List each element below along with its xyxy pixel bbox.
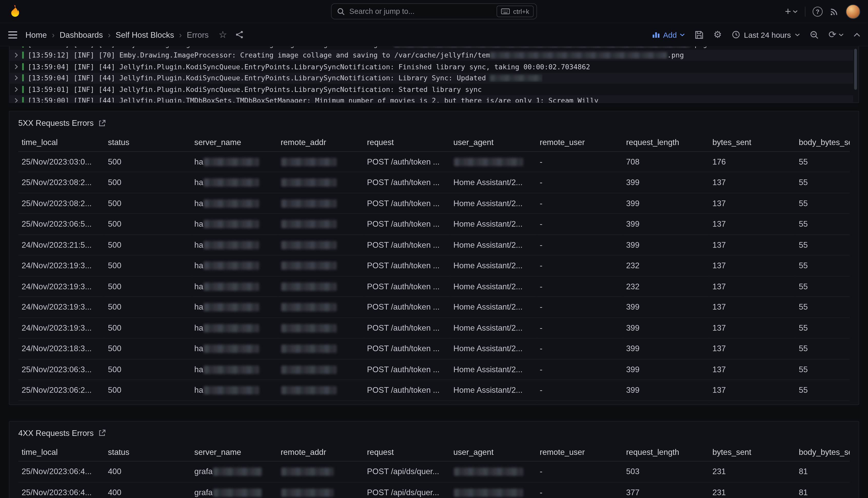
column-header-user_agent[interactable]: user_agent bbox=[450, 133, 537, 151]
log-line[interactable]: [13:59:00] [INF] [44] Jellyfin.Plugin.TM… bbox=[10, 95, 853, 103]
breadcrumb-self-host-blocks[interactable]: Self Host Blocks bbox=[116, 30, 174, 39]
share-button[interactable] bbox=[235, 30, 244, 39]
column-header-time_local[interactable]: time_local bbox=[18, 133, 105, 151]
scrollbar-thumb[interactable] bbox=[854, 49, 857, 90]
column-header-body_bytes_se[interactable]: body_bytes_se bbox=[796, 133, 850, 151]
column-header-bytes_sent[interactable]: bytes_sent bbox=[709, 133, 796, 151]
log-message: [13:59:12] [INF] [70] Emby.Drawing.Image… bbox=[28, 47, 707, 48]
table-cell: 399 bbox=[623, 172, 709, 193]
expand-chevron-icon[interactable] bbox=[14, 52, 18, 58]
table-cell: 503 bbox=[623, 461, 709, 482]
table-5xx: time_localstatusserver_nameremote_addrre… bbox=[18, 133, 850, 401]
table-4xx: time_localstatusserver_nameremote_addrre… bbox=[18, 444, 850, 498]
panel-external-link-button[interactable] bbox=[99, 430, 106, 437]
column-header-status[interactable]: status bbox=[105, 444, 191, 461]
log-line[interactable]: [13:59:04] [INF] [44] Jellyfin.Plugin.Ko… bbox=[10, 73, 853, 84]
table-cell: POST /auth/token ... bbox=[364, 317, 450, 338]
column-header-user_agent[interactable]: user_agent bbox=[450, 444, 537, 461]
expand-chevron-icon[interactable] bbox=[14, 64, 18, 70]
table-cell bbox=[277, 276, 364, 297]
expand-chevron-icon[interactable] bbox=[14, 75, 18, 81]
redacted-value bbox=[281, 324, 337, 332]
table-row: 24/Nov/2023:18:3...500haPOST /auth/token… bbox=[18, 338, 850, 359]
grafana-logo[interactable] bbox=[8, 4, 23, 19]
mega-menu-button[interactable] bbox=[8, 31, 18, 39]
table-cell: 231 bbox=[709, 461, 796, 482]
favorite-button[interactable]: ☆ bbox=[219, 30, 227, 40]
table-row: 25/Nov/2023:08:2...500haPOST /auth/token… bbox=[18, 172, 850, 193]
table-cell: - bbox=[536, 297, 623, 317]
table-cell: 137 bbox=[709, 297, 796, 317]
table-row: 25/Nov/2023:03:0...500haPOST /auth/token… bbox=[18, 151, 850, 172]
log-line[interactable]: [13:59:12] [INF] [70] Emby.Drawing.Image… bbox=[10, 50, 853, 61]
new-menu-button[interactable]: + bbox=[785, 6, 798, 17]
breadcrumb-home[interactable]: Home bbox=[25, 30, 47, 39]
log-message: [13:59:12] [INF] [70] Emby.Drawing.Image… bbox=[28, 51, 684, 59]
redacted-value bbox=[281, 158, 337, 166]
column-header-remote_addr[interactable]: remote_addr bbox=[277, 133, 364, 151]
panel-title[interactable]: 5XX Requests Errors bbox=[18, 119, 94, 128]
redacted-value bbox=[281, 345, 337, 353]
table-cell: POST /auth/token ... bbox=[364, 276, 450, 297]
column-header-server_name[interactable]: server_name bbox=[191, 133, 277, 151]
column-header-bytes_sent[interactable]: bytes_sent bbox=[709, 444, 796, 461]
log-line[interactable]: [13:59:04] [INF] [44] Jellyfin.Plugin.Ko… bbox=[10, 61, 853, 72]
table-cell: 55 bbox=[796, 359, 850, 380]
table-cell: 25/Nov/2023:06:4... bbox=[18, 482, 105, 498]
panel-external-link-button[interactable] bbox=[99, 119, 106, 127]
table-cell: 399 bbox=[623, 213, 709, 234]
table-cell: 399 bbox=[623, 193, 709, 213]
table-body: 25/Nov/2023:06:4...400grafaPOST /api/ds/… bbox=[18, 461, 850, 498]
table-cell: 232 bbox=[623, 276, 709, 297]
table-cell: 500 bbox=[105, 297, 191, 317]
table-cell: 500 bbox=[105, 151, 191, 172]
table-cell bbox=[277, 234, 364, 255]
log-line[interactable]: [13:59:12] [INF] [70] Emby.Drawing.Image… bbox=[10, 47, 853, 50]
table-cell: ha bbox=[191, 338, 277, 359]
expand-chevron-icon[interactable] bbox=[14, 97, 18, 103]
table-cell: 55 bbox=[796, 151, 850, 172]
column-header-request[interactable]: request bbox=[364, 444, 450, 461]
column-header-request_length[interactable]: request_length bbox=[623, 133, 709, 151]
log-line[interactable]: [13:59:01] [INF] [44] Jellyfin.Plugin.Ko… bbox=[10, 84, 853, 95]
column-header-request_length[interactable]: request_length bbox=[623, 444, 709, 461]
column-header-time_local[interactable]: time_local bbox=[18, 444, 105, 461]
table-cell bbox=[277, 380, 364, 401]
table-cell: 55 bbox=[796, 234, 850, 255]
redacted-value bbox=[281, 199, 337, 207]
zoom-out-time-button[interactable] bbox=[810, 30, 819, 39]
expand-chevron-icon[interactable] bbox=[14, 47, 18, 47]
news-button[interactable] bbox=[830, 7, 839, 16]
save-dashboard-button[interactable] bbox=[695, 30, 704, 39]
table-cell: 25/Nov/2023:06:5... bbox=[18, 213, 105, 234]
dashboard-settings-button[interactable]: ⚙ bbox=[713, 30, 722, 40]
collapse-toolbar-button[interactable] bbox=[854, 32, 860, 37]
table-cell: 231 bbox=[709, 482, 796, 498]
chevron-down-icon bbox=[839, 33, 844, 36]
column-header-request[interactable]: request bbox=[364, 133, 450, 151]
user-menu-button[interactable] bbox=[846, 4, 860, 18]
external-link-icon bbox=[99, 430, 106, 437]
table-cell bbox=[277, 297, 364, 317]
panel-header: 4XX Requests Errors bbox=[18, 426, 850, 440]
column-header-remote_user[interactable]: remote_user bbox=[536, 444, 623, 461]
search-input[interactable]: Search or jump to... ctrl+k bbox=[331, 3, 537, 19]
grafana-logo-icon bbox=[8, 4, 23, 19]
time-range-picker[interactable]: Last 24 hours bbox=[732, 30, 800, 39]
column-header-server_name[interactable]: server_name bbox=[191, 444, 277, 461]
redacted-value bbox=[281, 262, 337, 270]
column-header-remote_addr[interactable]: remote_addr bbox=[277, 444, 364, 461]
table-cell: - bbox=[536, 359, 623, 380]
refresh-button[interactable]: ⟳ bbox=[828, 30, 844, 40]
panel-4xx-requests-errors: 4XX Requests Errors time_localstatusserv… bbox=[9, 421, 859, 498]
expand-chevron-icon[interactable] bbox=[14, 86, 18, 92]
column-header-status[interactable]: status bbox=[105, 133, 191, 151]
panel-title[interactable]: 4XX Requests Errors bbox=[18, 429, 94, 437]
table-cell: - bbox=[536, 151, 623, 172]
column-header-body_bytes_se[interactable]: body_bytes_se bbox=[796, 444, 850, 461]
add-panel-button[interactable]: Add bbox=[652, 30, 684, 39]
breadcrumb-dashboards[interactable]: Dashboards bbox=[59, 30, 103, 39]
help-button[interactable]: ? bbox=[813, 6, 823, 16]
table-cell: grafa bbox=[191, 461, 277, 482]
column-header-remote_user[interactable]: remote_user bbox=[536, 133, 623, 151]
